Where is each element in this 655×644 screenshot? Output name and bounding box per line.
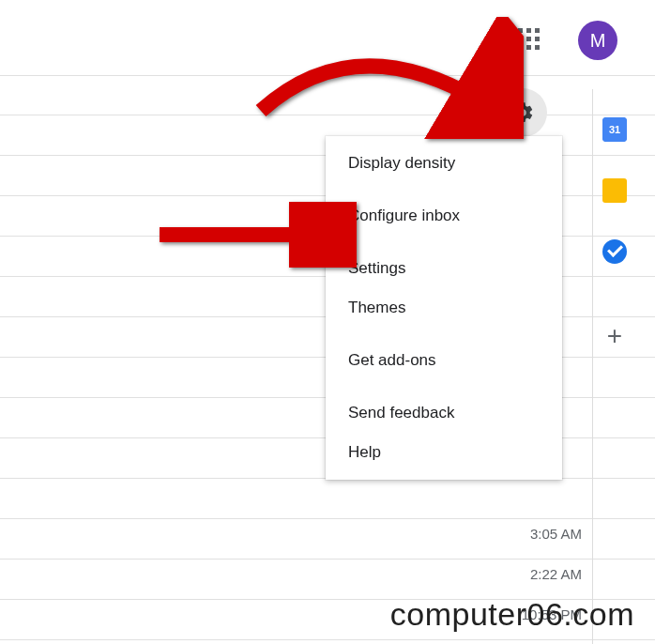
menu-item-settings[interactable]: Settings bbox=[326, 249, 562, 288]
settings-dropdown-menu: Display density Configure inbox Settings… bbox=[326, 136, 562, 480]
menu-item-configure-inbox[interactable]: Configure inbox bbox=[326, 196, 562, 236]
menu-item-display-density[interactable]: Display density bbox=[326, 144, 562, 183]
watermark-text: computer06.com bbox=[390, 596, 634, 633]
calendar-icon[interactable]: 31 bbox=[602, 117, 627, 142]
mail-row[interactable] bbox=[0, 479, 655, 519]
add-addon-icon[interactable]: + bbox=[602, 324, 627, 348]
keep-icon[interactable] bbox=[602, 178, 627, 203]
annotation-arrow bbox=[150, 202, 357, 268]
menu-item-get-addons[interactable]: Get add-ons bbox=[326, 341, 562, 380]
mail-timestamp: 2:22 AM bbox=[530, 566, 582, 582]
annotation-arrow bbox=[242, 17, 524, 139]
avatar-initial: M bbox=[590, 30, 606, 52]
menu-item-send-feedback[interactable]: Send feedback bbox=[326, 393, 562, 433]
calendar-day-label: 31 bbox=[609, 124, 620, 135]
menu-item-themes[interactable]: Themes bbox=[326, 288, 562, 328]
side-panel-divider bbox=[592, 89, 593, 644]
menu-item-help[interactable]: Help bbox=[326, 433, 562, 472]
account-avatar[interactable]: M bbox=[578, 21, 617, 60]
mail-timestamp: 3:05 AM bbox=[530, 526, 582, 542]
tasks-icon[interactable] bbox=[602, 239, 627, 264]
